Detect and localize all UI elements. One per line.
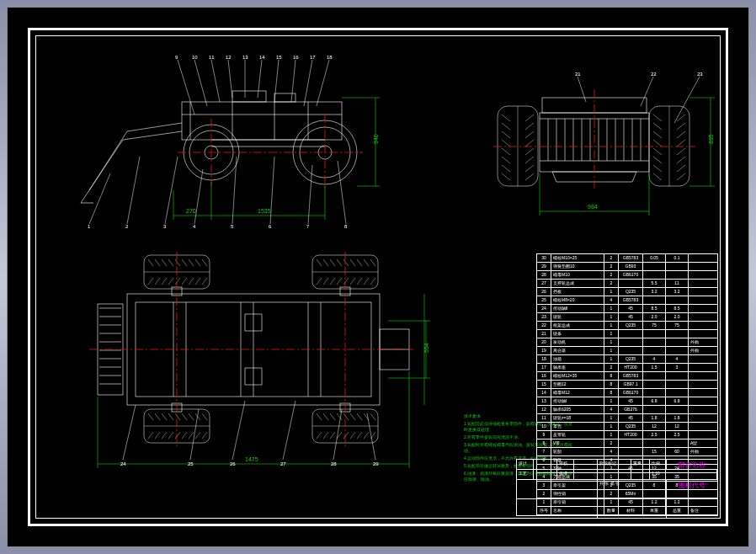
bom-row: 29弹簧垫圈102GB93 (537, 263, 718, 271)
svg-line-5 (258, 60, 262, 98)
svg-line-93 (641, 77, 653, 106)
svg-line-0 (178, 60, 194, 115)
svg-text:27: 27 (280, 461, 286, 466)
svg-text:3: 3 (163, 224, 167, 228)
svg-text:8: 8 (344, 224, 348, 228)
svg-text:29: 29 (373, 461, 379, 466)
svg-line-40 (165, 157, 178, 224)
bom-row: 26挡板1Q2353.23.2 (537, 288, 718, 296)
bom-row: 10罩壳1Q2351212 (537, 423, 718, 431)
bom-row: 24传动轴Ⅱ1458.58.5 (537, 305, 718, 313)
svg-text:13: 13 (242, 56, 248, 60)
svg-text:1: 1 (88, 224, 91, 228)
svg-text:11: 11 (209, 56, 215, 60)
dim-front-w: 984 (588, 204, 598, 210)
svg-text:16: 16 (293, 56, 299, 60)
dim-top-h1: 554 (423, 343, 429, 353)
svg-line-1 (194, 60, 207, 106)
bom-row: 15垫圈128GB97.1 (537, 381, 718, 389)
svg-line-44 (308, 165, 312, 224)
title-block: 设计 审核 阶段标记 重量 比例 "部件名称" 工艺 批准 1:10 共 张 第… (516, 459, 718, 516)
bom-row: 16螺栓M12×358GB5783 (537, 372, 718, 381)
svg-text:17: 17 (310, 56, 316, 60)
top-view-svg: 1475 554 2425 2627 2829 (64, 245, 434, 472)
window-frame: 940 270 1535 910 1112 1314 1516 1718 12 … (7, 7, 749, 547)
svg-line-38 (89, 173, 110, 224)
svg-text:25: 25 (188, 461, 194, 466)
bom-row: 23链轮1452.02.0 (537, 313, 718, 322)
bom-row: 27支撑轮总成25.511 (537, 280, 718, 288)
bom-row: 17轴承座2HT2001.53 (537, 364, 718, 372)
bom-row: 14螺母M128GB6170 (537, 389, 718, 397)
svg-text:4: 4 (193, 224, 196, 228)
bom-row: 11链轮z=181451.81.8 (537, 414, 718, 423)
front-view-svg: 984 895 212223 (485, 72, 721, 224)
svg-line-39 (127, 157, 140, 224)
svg-text:2: 2 (125, 224, 129, 228)
dim-side-w2: 1535 (258, 208, 271, 214)
svg-text:6: 6 (269, 224, 272, 228)
dim-side-w1: 270 (186, 208, 196, 214)
svg-line-2 (211, 60, 220, 102)
svg-text:15: 15 (276, 56, 282, 60)
plan-view: 1475 554 2425 2627 2829 (64, 245, 434, 472)
bom-row: 18油箱1Q23544 (537, 355, 718, 364)
svg-text:5: 5 (231, 224, 234, 228)
bom-row: 12轴承62054GB276 (537, 406, 718, 414)
svg-line-9 (317, 60, 329, 106)
drawing-border: 940 270 1535 910 1112 1314 1516 1718 12 … (28, 28, 728, 526)
dim-top-w: 1475 (245, 456, 258, 462)
bom-row: 30螺栓M10×252GB57830.050.1 (537, 254, 718, 263)
svg-line-94 (674, 77, 700, 123)
svg-line-143 (123, 405, 136, 460)
bom-row: 20发动机1外购 (537, 338, 718, 347)
svg-line-3 (228, 60, 232, 98)
svg-text:24: 24 (120, 461, 126, 466)
svg-text:26: 26 (230, 461, 236, 466)
svg-text:12: 12 (226, 56, 232, 60)
side-elevation-view: 940 270 1535 910 1112 1314 1516 1718 12 … (64, 56, 401, 228)
bom-row: 9皮带轮1HT2002.52.5 (537, 431, 718, 439)
product-name: "部件名称" (667, 460, 717, 469)
svg-line-8 (304, 60, 312, 106)
svg-line-146 (283, 401, 295, 460)
dim-side-h: 940 (373, 134, 379, 144)
svg-text:23: 23 (697, 72, 703, 77)
svg-text:18: 18 (327, 56, 333, 60)
bom-row: 22框架总成1Q2357575 (537, 322, 718, 330)
svg-text:14: 14 (259, 56, 265, 60)
svg-text:10: 10 (192, 56, 198, 60)
side-view-svg: 940 270 1535 910 1112 1314 1516 1718 12 … (64, 56, 401, 228)
bom-row: 7轮胎41560外购 (537, 448, 718, 456)
svg-line-148 (367, 413, 375, 460)
bom-row: 28螺母M102GB6170 (537, 271, 718, 280)
svg-rect-17 (274, 93, 295, 102)
svg-line-42 (232, 157, 237, 224)
bom-row: 13传动轴Ⅰ1456.86.8 (537, 397, 718, 406)
svg-line-92 (578, 77, 586, 102)
svg-line-45 (338, 161, 346, 224)
svg-text:7: 7 (306, 224, 310, 228)
svg-text:22: 22 (651, 72, 657, 77)
svg-text:9: 9 (175, 56, 178, 60)
svg-rect-16 (232, 91, 266, 102)
svg-line-145 (232, 401, 245, 460)
dim-front-h: 895 (708, 134, 714, 144)
svg-line-43 (270, 157, 274, 224)
bom-row: 25螺栓M8×204GB5783 (537, 296, 718, 305)
front-elevation-view: 984 895 212223 (485, 72, 721, 224)
svg-line-147 (333, 409, 342, 460)
cad-viewport: 940 270 1535 910 1112 1314 1516 1718 12 … (0, 0, 756, 554)
svg-text:28: 28 (331, 461, 337, 466)
svg-line-7 (291, 60, 295, 102)
drawing-number: "图样代号" (667, 480, 717, 498)
svg-rect-10 (182, 102, 342, 140)
svg-text:21: 21 (575, 72, 581, 77)
bom-row: 21链条1 (537, 330, 718, 338)
bom-row: 8V带2A型 (537, 439, 718, 448)
bom-row: 19离合器1外购 (537, 347, 718, 355)
svg-line-6 (274, 60, 279, 102)
tb-design-label: 设计 (517, 460, 534, 469)
